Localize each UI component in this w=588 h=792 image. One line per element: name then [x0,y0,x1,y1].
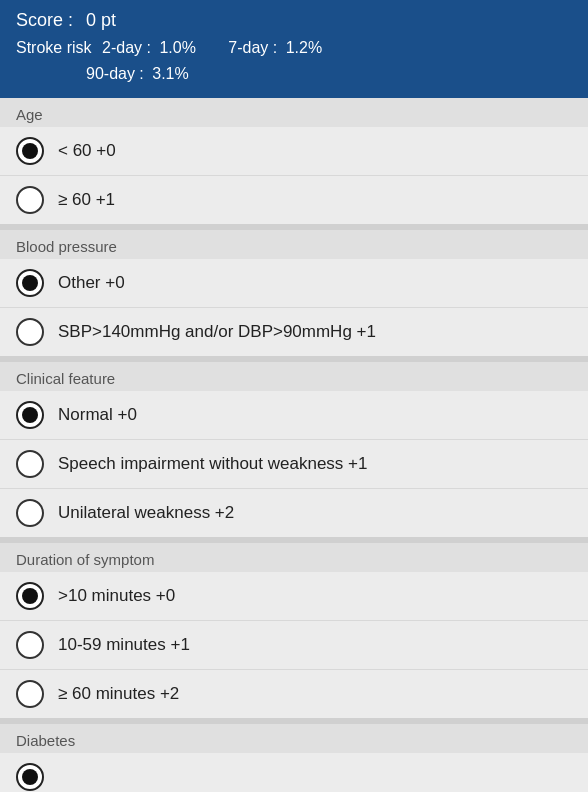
option-text-duration-of-symptom-2: ≥ 60 minutes +2 [58,684,179,704]
radio-clinical-feature-1[interactable] [16,450,44,478]
option-text-duration-of-symptom-0: >10 minutes +0 [58,586,175,606]
option-text-blood-pressure-1: SBP>140mmHg and/or DBP>90mmHg +1 [58,322,376,342]
score-row: Score : 0 pt [16,10,572,31]
risk-7day-value: 1.2% [286,39,322,56]
section-label-age: Age [0,98,588,127]
option-row-clinical-feature-0[interactable]: Normal +0 [0,391,588,439]
radio-inner-clinical-feature-0 [22,407,38,423]
radio-clinical-feature-2[interactable] [16,499,44,527]
risk-90day-value: 3.1% [152,65,188,82]
radio-duration-of-symptom-1[interactable] [16,631,44,659]
radio-blood-pressure-0[interactable] [16,269,44,297]
option-row-clinical-feature-2[interactable]: Unilateral weakness +2 [0,488,588,537]
section-label-duration-of-symptom: Duration of symptom [0,543,588,572]
section-label-diabetes: Diabetes [0,724,588,753]
risk-row: Stroke risk 2-day : 1.0% 7-day : 1.2% 90… [16,35,572,86]
option-row-diabetes-0[interactable] [0,753,588,792]
risk-7day-label: 7-day : [228,39,277,56]
option-row-age-0[interactable]: < 60 +0 [0,127,588,175]
risk-2day-value: 1.0% [159,39,195,56]
radio-blood-pressure-1[interactable] [16,318,44,346]
radio-age-1[interactable] [16,186,44,214]
option-row-duration-of-symptom-1[interactable]: 10-59 minutes +1 [0,620,588,669]
option-row-age-1[interactable]: ≥ 60 +1 [0,175,588,224]
option-row-blood-pressure-0[interactable]: Other +0 [0,259,588,307]
option-text-blood-pressure-0: Other +0 [58,273,125,293]
option-text-clinical-feature-2: Unilateral weakness +2 [58,503,234,523]
option-text-clinical-feature-1: Speech impairment without weakness +1 [58,454,367,474]
option-row-blood-pressure-1[interactable]: SBP>140mmHg and/or DBP>90mmHg +1 [0,307,588,356]
option-text-age-1: ≥ 60 +1 [58,190,115,210]
option-text-clinical-feature-0: Normal +0 [58,405,137,425]
radio-duration-of-symptom-2[interactable] [16,680,44,708]
section-label-blood-pressure: Blood pressure [0,230,588,259]
radio-duration-of-symptom-0[interactable] [16,582,44,610]
option-row-clinical-feature-1[interactable]: Speech impairment without weakness +1 [0,439,588,488]
radio-diabetes-0[interactable] [16,763,44,791]
radio-clinical-feature-0[interactable] [16,401,44,429]
risk-label: Stroke risk [16,39,92,56]
radio-inner-age-0 [22,143,38,159]
header: Score : 0 pt Stroke risk 2-day : 1.0% 7-… [0,0,588,98]
option-text-duration-of-symptom-1: 10-59 minutes +1 [58,635,190,655]
radio-inner-blood-pressure-0 [22,275,38,291]
option-row-duration-of-symptom-2[interactable]: ≥ 60 minutes +2 [0,669,588,718]
section-label-clinical-feature: Clinical feature [0,362,588,391]
radio-inner-diabetes-0 [22,769,38,785]
risk-2day-label: 2-day : [102,39,151,56]
option-text-age-0: < 60 +0 [58,141,116,161]
risk-90day-label: 90-day : [86,65,144,82]
score-label: Score : [16,10,73,30]
score-value: 0 pt [86,10,116,30]
option-row-duration-of-symptom-0[interactable]: >10 minutes +0 [0,572,588,620]
radio-inner-duration-of-symptom-0 [22,588,38,604]
radio-age-0[interactable] [16,137,44,165]
